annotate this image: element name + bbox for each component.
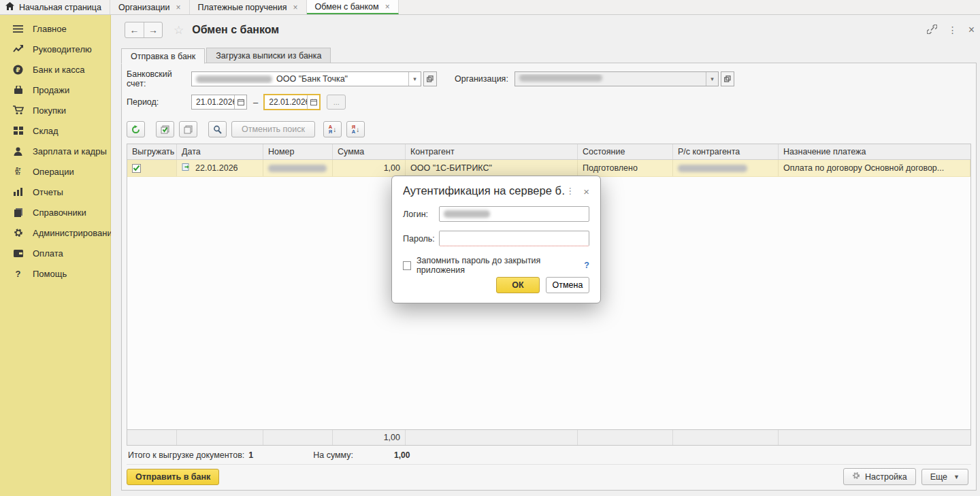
settings-button[interactable]: Настройка [843, 468, 916, 485]
password-input[interactable] [439, 231, 589, 246]
ok-button[interactable]: ОК [496, 277, 540, 293]
sidebar-item-operations[interactable]: ДтКт Операции [0, 161, 110, 182]
more-button[interactable]: Еще ▼ [921, 469, 968, 485]
bank-account-label: Банковский счет: [127, 69, 191, 88]
bank-account-value: ООО "Банк Точка" [276, 74, 348, 84]
remember-password-checkbox[interactable] [403, 261, 411, 270]
dialog-kebab-menu-icon[interactable]: ⋮ [566, 186, 574, 197]
search-button[interactable] [208, 121, 227, 137]
login-label: Логин: [403, 210, 439, 219]
help-icon: ? [12, 268, 24, 279]
period-from-field[interactable]: 21.01.2026 [191, 95, 247, 110]
uncheck-all-button[interactable] [179, 121, 197, 137]
sidebar-item-reports[interactable]: Отчеты [0, 182, 110, 202]
auth-dialog-header: Аутентификация на сервере б… ⋮ × [403, 184, 589, 197]
auth-dialog-title: Аутентификация на сервере б… [403, 184, 566, 197]
home-icon [5, 2, 14, 12]
column-header[interactable]: Состояние [578, 144, 673, 159]
sort-descending-button[interactable]: ЯА↓ [346, 121, 365, 137]
login-row: Логин: [403, 206, 589, 222]
tab-close-icon[interactable]: × [176, 3, 181, 12]
redacted-counterparty-account [678, 165, 747, 172]
sidebar-item-payment[interactable]: Оплата [0, 243, 110, 263]
tab-close-icon[interactable]: × [293, 3, 298, 12]
tab-home-page[interactable]: Начальная страница [0, 0, 110, 14]
page-title: Обмен с банком [192, 24, 279, 36]
sidebar-item-label: Склад [33, 126, 59, 136]
sidebar-item-label: Справочники [33, 208, 86, 218]
table-row[interactable]: 22.01.2026 1,00 ООО "1С-БИТРИКС" Подгото… [127, 160, 970, 177]
favorite-star-icon[interactable]: ☆ [174, 23, 184, 37]
send-to-bank-button[interactable]: Отправить в банк [127, 469, 219, 485]
column-header[interactable]: Выгружать [127, 144, 177, 159]
help-link[interactable]: ? [584, 261, 589, 270]
more-button-label: Еще [930, 472, 947, 482]
sidebar-item-help[interactable]: ? Помощь [0, 263, 110, 284]
bank-account-open-icon[interactable] [423, 71, 437, 86]
sidebar-item-main[interactable]: Главное [0, 18, 110, 39]
tab-payment-orders[interactable]: Платежные поручения × [190, 0, 307, 14]
row-counterparty: ООО "1С-БИТРИКС" [406, 160, 578, 176]
remember-password-label: Запомнить пароль до закрытия приложения [416, 256, 576, 275]
sidebar-item-administration[interactable]: Администрирование [0, 222, 110, 243]
sidebar-item-bank-cash[interactable]: ₽ Банк и касса [0, 59, 110, 80]
header-actions: ⋮ × [927, 24, 975, 36]
column-header[interactable]: Номер [263, 144, 333, 159]
sidebar-item-label: Руководителю [33, 44, 92, 54]
column-header[interactable]: Сумма [333, 144, 406, 159]
login-input[interactable] [439, 206, 589, 222]
sort-ascending-button[interactable]: АЯ↓ [323, 121, 342, 137]
sidebar-item-label: Операции [33, 167, 74, 177]
cancel-search-button[interactable]: Отменить поиск [231, 121, 315, 137]
column-header[interactable]: Дата [177, 144, 263, 159]
refresh-button[interactable] [127, 121, 145, 137]
organization-dropdown-icon[interactable]: ▾ [706, 72, 718, 86]
forward-button[interactable]: → [144, 22, 162, 37]
calendar-icon[interactable] [234, 95, 246, 109]
tab-load-statement[interactable]: Загрузка выписки из банка [206, 48, 331, 63]
check-all-button[interactable] [156, 121, 174, 137]
sidebar-item-sales[interactable]: Продажи [0, 80, 110, 100]
sidebar-item-purchases[interactable]: Покупки [0, 100, 110, 120]
sidebar-item-warehouse[interactable]: Склад [0, 120, 110, 141]
period-to-field[interactable]: 22.01.2026 [264, 95, 320, 110]
column-header[interactable]: Р/с контрагента [673, 144, 779, 159]
grid-icon [12, 125, 24, 136]
organization-open-icon[interactable] [721, 71, 734, 86]
column-header[interactable]: Контрагент [406, 144, 578, 159]
totals-info: Итого к выгрузке документов: 1 На сумму:… [127, 446, 971, 464]
dialog-close-icon[interactable]: × [583, 186, 589, 197]
dialog-buttons: ОК Отмена [496, 277, 589, 293]
organization-field[interactable]: ▾ [514, 71, 719, 86]
wallet-icon [12, 248, 24, 259]
calendar-icon[interactable] [307, 95, 319, 109]
bank-account-field[interactable]: ООО "Банк Точка" ▾ [191, 71, 421, 86]
link-icon[interactable] [927, 24, 937, 36]
period-more-button[interactable]: ... [327, 95, 346, 110]
tab-bank-exchange[interactable]: Обмен с банком × [307, 0, 399, 14]
tab-organizations[interactable]: Организации × [110, 0, 190, 14]
period-dash: – [253, 97, 258, 108]
remember-password-row: Запомнить пароль до закрытия приложения … [403, 256, 589, 275]
cancel-button[interactable]: Отмена [546, 277, 589, 293]
books-icon [12, 207, 24, 218]
back-button[interactable]: ← [125, 22, 144, 37]
redacted-login [444, 210, 490, 218]
sidebar-item-label: Покупки [33, 105, 66, 116]
sidebar-item-manager[interactable]: Руководителю [0, 39, 110, 59]
bank-account-dropdown-icon[interactable]: ▾ [408, 72, 421, 86]
tab-close-icon[interactable]: × [385, 2, 390, 12]
export-checkbox[interactable] [132, 164, 141, 173]
kebab-menu-icon[interactable]: ⋮ [948, 24, 958, 35]
close-form-icon[interactable]: × [968, 24, 975, 36]
cart-icon [12, 105, 24, 116]
sidebar-item-label: Отчеты [33, 187, 63, 197]
barchart-icon [12, 186, 24, 197]
period-label: Период: [127, 97, 191, 107]
chevron-down-icon: ▼ [953, 474, 960, 480]
sidebar-item-directories[interactable]: Справочники [0, 202, 110, 222]
sidebar-item-salary-hr[interactable]: Зарплата и кадры [0, 141, 110, 161]
column-header[interactable]: Назначение платежа [779, 144, 970, 159]
document-icon [182, 163, 191, 173]
tab-send-to-bank[interactable]: Отправка в банк [121, 48, 205, 64]
